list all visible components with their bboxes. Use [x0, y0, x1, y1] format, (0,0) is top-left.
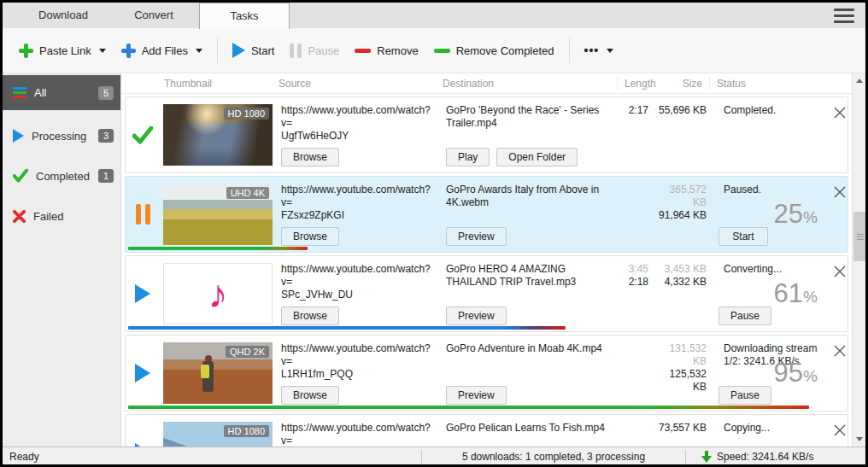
play-icon	[13, 129, 24, 143]
table-row[interactable]: HD 1080 https://www.youtube.com/watch?v=…	[125, 96, 848, 173]
play-icon	[135, 284, 150, 303]
browse-button[interactable]: Browse	[281, 306, 339, 325]
length-cell	[619, 415, 654, 447]
status-cell: Copying...	[712, 415, 824, 447]
ellipsis-icon: •••	[584, 44, 600, 57]
progress-bar	[128, 326, 566, 330]
scrollbar-track[interactable]	[853, 88, 866, 432]
browse-button[interactable]: Browse	[281, 227, 339, 246]
row-state	[126, 256, 160, 331]
tab-tasks[interactable]: Tasks	[199, 3, 290, 29]
source-url: https://www.youtube.com/watch?v=zwI0emOW…	[281, 422, 433, 447]
row-action-button[interactable]: Pause	[718, 306, 771, 325]
close-icon[interactable]	[833, 423, 847, 437]
more-actions-button[interactable]: •••	[577, 38, 622, 62]
pause-button[interactable]: Pause	[282, 38, 347, 63]
progress-percent: 95	[774, 358, 818, 388]
size-cell: 365,572 KB 91,964 KB	[654, 177, 712, 252]
quality-badge: QHD 2K	[226, 346, 269, 358]
column-thumbnail[interactable]: Thumbnail	[157, 78, 272, 90]
sidebar-item-label: Completed	[36, 170, 90, 183]
cross-icon	[13, 210, 26, 223]
remove-completed-button[interactable]: Remove Completed	[426, 39, 562, 62]
close-icon[interactable]	[833, 185, 847, 199]
quality-badge: UHD 4K	[226, 187, 269, 199]
table-row[interactable]: ♪ https://www.youtube.com/watch?v=SPc_JV…	[125, 255, 848, 332]
toolbar-separator	[569, 38, 570, 63]
preview-button[interactable]: Preview	[446, 227, 507, 246]
status-text: Completed.	[724, 104, 819, 117]
browse-button[interactable]: Browse	[281, 148, 339, 166]
music-note-icon: ♪	[208, 274, 228, 313]
all-filter-icon	[13, 87, 26, 98]
video-thumbnail[interactable]: HD 1080	[163, 104, 273, 166]
count-badge: 5	[98, 86, 114, 100]
downloads-summary: 5 downloads: 1 completed, 3 processing	[422, 451, 685, 463]
sidebar: All 5 Processing 3 Completed 1 Failed	[3, 73, 120, 447]
row-action-button[interactable]: Pause	[718, 386, 771, 405]
add-files-label: Add Files	[142, 44, 188, 57]
scroll-up-icon[interactable]	[853, 73, 866, 88]
status-cell: Converting... 61 Pause	[712, 256, 824, 331]
remove-completed-icon	[434, 49, 450, 53]
chevron-down-icon[interactable]	[196, 49, 202, 53]
vertical-scrollbar[interactable]	[852, 73, 866, 447]
source-url: https://www.youtube.com/watch?v=SPc_JVHw…	[281, 263, 433, 301]
table-row[interactable]: HD 1080 https://www.youtube.com/watch?v=…	[125, 414, 848, 447]
video-thumbnail[interactable]: QHD 2K	[163, 342, 273, 404]
sidebar-item-all[interactable]: All 5	[3, 75, 120, 110]
pause-icon	[136, 204, 150, 225]
sidebar-item-label: All	[34, 86, 46, 99]
audio-thumbnail[interactable]: ♪	[163, 263, 273, 324]
video-thumbnail[interactable]: UHD 4K	[163, 184, 273, 245]
browse-button[interactable]: Browse	[281, 386, 339, 405]
tab-download[interactable]: Download	[18, 3, 108, 28]
chevron-down-icon[interactable]	[99, 49, 106, 53]
status-ready: Ready	[3, 451, 421, 463]
play-button[interactable]: Play	[446, 148, 490, 166]
table-row[interactable]: QHD 2K https://www.youtube.com/watch?v=L…	[125, 335, 848, 412]
close-icon[interactable]	[833, 344, 847, 358]
column-status[interactable]: Status	[709, 77, 822, 90]
status-text: Copying...	[724, 422, 819, 435]
plus-icon	[121, 44, 136, 58]
close-icon[interactable]	[833, 265, 847, 278]
destination-file: GoPro Pelican Learns To Fish.mp4	[446, 422, 614, 435]
length-cell: 2:17	[619, 97, 654, 172]
column-destination[interactable]: Destination	[436, 78, 617, 90]
sidebar-item-completed[interactable]: Completed 1	[3, 160, 120, 192]
row-action-button[interactable]: Start	[718, 227, 768, 246]
remove-icon	[355, 49, 371, 53]
count-badge: 3	[98, 129, 114, 143]
start-button[interactable]: Start	[225, 38, 282, 63]
preview-button[interactable]: Preview	[446, 306, 507, 325]
sidebar-item-failed[interactable]: Failed	[3, 200, 120, 232]
scroll-down-icon[interactable]	[853, 432, 866, 447]
column-source[interactable]: Source	[272, 78, 436, 90]
table-row[interactable]: UHD 4K https://www.youtube.com/watch?v=F…	[125, 176, 848, 253]
close-icon[interactable]	[833, 106, 847, 120]
add-files-button[interactable]: Add Files	[114, 38, 210, 63]
sidebar-item-processing[interactable]: Processing 3	[3, 120, 120, 152]
play-icon	[232, 43, 245, 58]
column-size[interactable]: Size	[651, 78, 709, 90]
remove-button[interactable]: Remove	[347, 39, 425, 62]
sidebar-item-label: Failed	[33, 210, 63, 223]
length-cell	[619, 177, 654, 252]
preview-button[interactable]: Preview	[446, 386, 507, 405]
pause-label: Pause	[308, 44, 339, 57]
scrollbar-thumb[interactable]	[853, 212, 866, 261]
row-state	[126, 97, 160, 172]
tab-convert[interactable]: Convert	[108, 3, 199, 28]
menu-icon[interactable]	[834, 9, 854, 23]
paste-link-button[interactable]: Paste Link	[11, 38, 114, 63]
status-text: Paused.	[724, 184, 819, 196]
start-label: Start	[251, 44, 274, 57]
pause-icon	[290, 44, 302, 58]
play-icon	[135, 443, 150, 447]
quality-badge: HD 1080	[224, 425, 269, 437]
open-folder-button[interactable]: Open Folder	[496, 148, 578, 166]
column-length[interactable]: Length	[617, 77, 651, 90]
play-icon	[135, 364, 150, 382]
video-thumbnail[interactable]: HD 1080	[163, 422, 273, 447]
